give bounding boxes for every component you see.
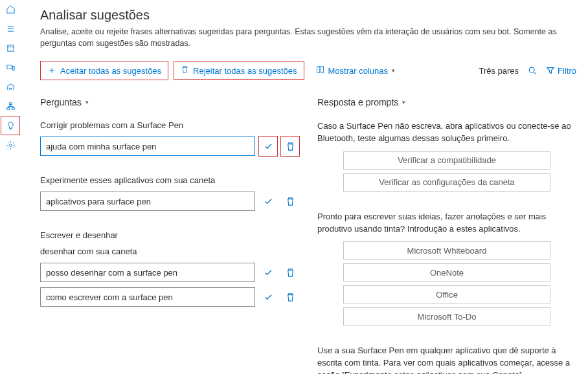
chevron-down-icon: ▾	[85, 99, 89, 105]
question-title: Corrigir problemas com a Surface Pen	[40, 120, 299, 130]
nav-package-icon[interactable]	[5, 43, 16, 53]
question-group: Corrigir problemas com a Surface Pen	[40, 120, 299, 156]
answer-group: Caso a Surface Pen não escreva, abra apl…	[317, 120, 576, 192]
answers-column: Resposta e prompts ▾ Caso a Surface Pen …	[317, 97, 576, 374]
filter-label: Filtro	[558, 66, 576, 76]
svg-rect-3	[9, 102, 12, 104]
nav-home-icon[interactable]	[5, 4, 16, 14]
accept-all-button[interactable]: ＋ Aceitar todas as sugestões	[40, 61, 168, 80]
accept-all-label: Aceitar todas as sugestões	[60, 66, 161, 76]
answer-text: Pronto para escrever suas ideias, fazer …	[317, 211, 576, 236]
question-title: Escrever e desenhar	[40, 230, 299, 240]
accept-suggestion-button[interactable]	[259, 192, 277, 211]
nav-devices-icon[interactable]	[5, 62, 16, 72]
pairs-count: Três pares	[479, 66, 519, 76]
nav-org-icon[interactable]	[5, 82, 16, 92]
sidebar	[0, 0, 21, 374]
page-description: Analise, aceite ou rejeite frases altern…	[40, 27, 576, 49]
answers-header[interactable]: Resposta e prompts ▾	[317, 97, 576, 107]
answer-group: Use a sua Surface Pen em qualquer aplica…	[317, 345, 576, 374]
answer-text: Caso a Surface Pen não escreva, abra apl…	[317, 120, 576, 145]
questions-header[interactable]: Perguntas ▾	[40, 97, 299, 107]
chevron-down-icon: ▾	[402, 99, 405, 105]
nav-settings-icon[interactable]	[5, 140, 16, 150]
nav-flow-icon[interactable]	[5, 101, 16, 111]
svg-rect-7	[317, 67, 319, 73]
trash-icon	[181, 65, 189, 76]
show-columns-button[interactable]: Mostrar colunas ▾	[310, 62, 401, 79]
reject-suggestion-button[interactable]	[281, 263, 299, 282]
prompt-button[interactable]: Microsoft To-Do	[343, 307, 550, 325]
question-group: Escrever e desenhar desenhar com sua can…	[40, 230, 299, 307]
answer-group: Pronto para escrever suas ideias, fazer …	[317, 211, 576, 326]
reject-all-button[interactable]: Rejeitar todas as sugestões	[174, 61, 304, 80]
questions-column: Perguntas ▾ Corrigir problemas com a Sur…	[40, 97, 299, 374]
svg-point-6	[9, 144, 12, 146]
suggestion-input[interactable]	[40, 192, 255, 211]
reject-all-label: Rejeitar todas as sugestões	[193, 66, 297, 76]
question-subtitle: desenhar com sua caneta	[40, 247, 299, 256]
prompt-button[interactable]: Office	[343, 285, 550, 303]
question-title: Experimente esses aplicativos com sua ca…	[40, 175, 299, 185]
suggestion-input[interactable]	[40, 287, 255, 307]
svg-rect-1	[6, 65, 12, 69]
svg-rect-8	[321, 67, 323, 73]
prompt-button[interactable]: Verificar a compatibilidade	[343, 151, 550, 170]
suggestion-row	[40, 263, 299, 282]
suggestion-row	[40, 287, 299, 307]
suggestion-input[interactable]	[40, 137, 255, 156]
prompt-button[interactable]: Microsoft Whiteboard	[343, 241, 550, 259]
reject-suggestion-button[interactable]	[281, 287, 299, 307]
main-content: Analisar sugestões Analise, aceite ou re…	[21, 0, 588, 374]
toolbar: ＋ Aceitar todas as sugestões Rejeitar to…	[40, 61, 576, 80]
svg-rect-5	[12, 107, 14, 109]
accept-suggestion-button[interactable]	[259, 137, 277, 156]
answers-header-label: Resposta e prompts	[317, 97, 398, 107]
prompt-button[interactable]: OneNote	[343, 263, 550, 281]
accept-suggestion-button[interactable]	[259, 263, 277, 282]
page-title: Analisar sugestões	[40, 8, 576, 23]
search-button[interactable]	[528, 66, 537, 75]
suggestion-row	[40, 137, 299, 156]
columns-icon	[316, 65, 324, 76]
prompt-button[interactable]: Verificar as configurações da caneta	[343, 173, 550, 192]
answer-text: Use a sua Surface Pen em qualquer aplica…	[317, 345, 576, 374]
reject-suggestion-button[interactable]	[281, 192, 299, 211]
suggestion-row	[40, 192, 299, 211]
plus-icon: ＋	[47, 65, 56, 76]
nav-suggestions-icon[interactable]	[5, 120, 16, 131]
content-columns: Perguntas ▾ Corrigir problemas com a Sur…	[40, 97, 576, 374]
questions-header-label: Perguntas	[40, 97, 82, 107]
show-columns-label: Mostrar colunas	[328, 66, 388, 76]
filter-button[interactable]: Filtro	[546, 66, 576, 76]
svg-rect-0	[7, 45, 13, 50]
suggestion-input[interactable]	[40, 263, 255, 282]
reject-suggestion-button[interactable]	[281, 137, 299, 156]
svg-rect-4	[6, 107, 9, 109]
accept-suggestion-button[interactable]	[259, 287, 277, 307]
question-group: Experimente esses aplicativos com sua ca…	[40, 175, 299, 211]
nav-list-icon[interactable]	[5, 23, 16, 34]
chevron-down-icon: ▾	[392, 67, 395, 74]
svg-rect-2	[12, 66, 14, 70]
toolbar-right: Três pares Filtro	[479, 66, 576, 76]
svg-point-9	[529, 67, 534, 72]
